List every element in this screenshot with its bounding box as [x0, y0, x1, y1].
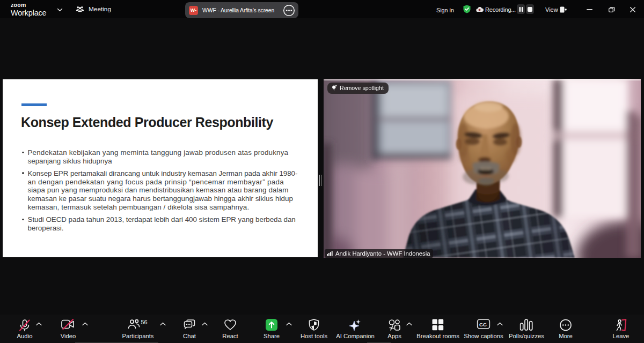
svg-text:56: 56 — [141, 319, 148, 325]
svg-text:CC: CC — [479, 322, 487, 327]
